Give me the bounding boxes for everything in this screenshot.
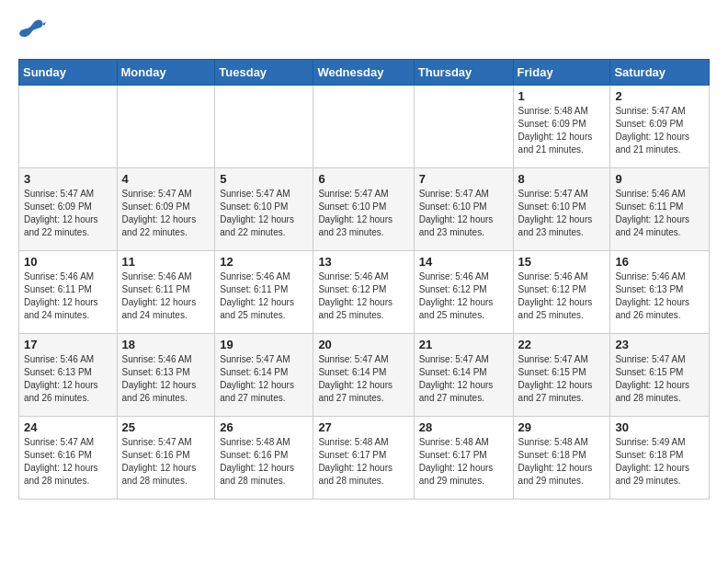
day-number: 12 [220, 255, 308, 269]
calendar-cell: 15Sunrise: 5:46 AM Sunset: 6:12 PM Dayli… [513, 251, 610, 334]
calendar-cell: 29Sunrise: 5:48 AM Sunset: 6:18 PM Dayli… [513, 417, 610, 500]
day-info: Sunrise: 5:47 AM Sunset: 6:15 PM Dayligh… [518, 353, 606, 405]
weekday-header-saturday: Saturday [610, 60, 710, 86]
header [18, 18, 710, 44]
day-number: 29 [518, 420, 606, 434]
day-number: 28 [419, 420, 508, 434]
calendar-cell: 5Sunrise: 5:47 AM Sunset: 6:10 PM Daylig… [215, 168, 313, 251]
calendar-cell: 4Sunrise: 5:47 AM Sunset: 6:09 PM Daylig… [117, 168, 215, 251]
day-info: Sunrise: 5:47 AM Sunset: 6:16 PM Dayligh… [24, 436, 112, 488]
calendar-cell: 1Sunrise: 5:48 AM Sunset: 6:09 PM Daylig… [513, 86, 610, 168]
calendar-cell [313, 86, 414, 168]
day-info: Sunrise: 5:46 AM Sunset: 6:11 PM Dayligh… [24, 270, 112, 322]
calendar-week-2: 3Sunrise: 5:47 AM Sunset: 6:09 PM Daylig… [19, 168, 710, 251]
day-info: Sunrise: 5:49 AM Sunset: 6:18 PM Dayligh… [615, 436, 704, 488]
day-number: 20 [318, 338, 408, 351]
day-number: 1 [518, 89, 606, 103]
day-number: 15 [518, 255, 606, 269]
calendar-cell: 18Sunrise: 5:46 AM Sunset: 6:13 PM Dayli… [117, 334, 215, 417]
calendar-cell: 14Sunrise: 5:46 AM Sunset: 6:12 PM Dayli… [414, 251, 513, 334]
day-number: 18 [122, 338, 210, 351]
day-number: 17 [24, 338, 112, 351]
calendar-week-5: 24Sunrise: 5:47 AM Sunset: 6:16 PM Dayli… [19, 417, 710, 500]
weekday-header-monday: Monday [117, 60, 215, 86]
day-info: Sunrise: 5:46 AM Sunset: 6:12 PM Dayligh… [518, 270, 606, 322]
day-info: Sunrise: 5:47 AM Sunset: 6:10 PM Dayligh… [318, 188, 408, 239]
weekday-header-friday: Friday [513, 60, 610, 86]
weekday-header-thursday: Thursday [414, 60, 513, 86]
calendar-cell: 28Sunrise: 5:48 AM Sunset: 6:17 PM Dayli… [414, 417, 513, 500]
day-number: 26 [220, 420, 308, 434]
day-number: 3 [24, 172, 112, 186]
calendar-cell: 16Sunrise: 5:46 AM Sunset: 6:13 PM Dayli… [610, 251, 710, 334]
day-number: 8 [518, 172, 606, 186]
calendar-cell: 23Sunrise: 5:47 AM Sunset: 6:15 PM Dayli… [610, 334, 710, 417]
calendar-cell: 11Sunrise: 5:46 AM Sunset: 6:11 PM Dayli… [117, 251, 215, 334]
day-info: Sunrise: 5:48 AM Sunset: 6:16 PM Dayligh… [220, 436, 308, 488]
calendar-week-3: 10Sunrise: 5:46 AM Sunset: 6:11 PM Dayli… [19, 251, 710, 334]
day-info: Sunrise: 5:47 AM Sunset: 6:09 PM Dayligh… [24, 188, 112, 239]
weekday-header-sunday: Sunday [19, 60, 118, 86]
day-info: Sunrise: 5:46 AM Sunset: 6:13 PM Dayligh… [615, 270, 704, 322]
day-number: 23 [615, 338, 704, 351]
weekday-header-wednesday: Wednesday [313, 60, 414, 86]
calendar-cell: 24Sunrise: 5:47 AM Sunset: 6:16 PM Dayli… [19, 417, 118, 500]
day-info: Sunrise: 5:47 AM Sunset: 6:16 PM Dayligh… [122, 436, 210, 488]
day-number: 24 [24, 420, 112, 434]
day-info: Sunrise: 5:47 AM Sunset: 6:09 PM Dayligh… [615, 105, 704, 156]
calendar-cell: 9Sunrise: 5:46 AM Sunset: 6:11 PM Daylig… [610, 168, 710, 251]
calendar-cell [19, 86, 118, 168]
calendar-cell: 8Sunrise: 5:47 AM Sunset: 6:10 PM Daylig… [513, 168, 610, 251]
day-number: 25 [122, 420, 210, 434]
day-info: Sunrise: 5:46 AM Sunset: 6:13 PM Dayligh… [24, 353, 112, 405]
day-info: Sunrise: 5:47 AM Sunset: 6:14 PM Dayligh… [318, 353, 408, 405]
calendar-cell: 27Sunrise: 5:48 AM Sunset: 6:17 PM Dayli… [313, 417, 414, 500]
day-number: 14 [419, 255, 508, 269]
day-info: Sunrise: 5:48 AM Sunset: 6:18 PM Dayligh… [518, 436, 606, 488]
day-info: Sunrise: 5:47 AM Sunset: 6:15 PM Dayligh… [615, 353, 704, 405]
day-info: Sunrise: 5:46 AM Sunset: 6:11 PM Dayligh… [122, 270, 210, 322]
day-info: Sunrise: 5:47 AM Sunset: 6:09 PM Dayligh… [122, 188, 210, 239]
day-number: 2 [615, 89, 704, 103]
day-number: 22 [518, 338, 606, 351]
calendar-cell: 6Sunrise: 5:47 AM Sunset: 6:10 PM Daylig… [313, 168, 414, 251]
day-info: Sunrise: 5:47 AM Sunset: 6:14 PM Dayligh… [220, 353, 308, 405]
calendar-table: SundayMondayTuesdayWednesdayThursdayFrid… [18, 59, 710, 500]
day-number: 21 [419, 338, 508, 351]
day-info: Sunrise: 5:47 AM Sunset: 6:10 PM Dayligh… [220, 188, 308, 239]
day-number: 11 [122, 255, 210, 269]
day-number: 7 [419, 172, 508, 186]
calendar-cell: 7Sunrise: 5:47 AM Sunset: 6:10 PM Daylig… [414, 168, 513, 251]
calendar-cell [215, 86, 313, 168]
day-info: Sunrise: 5:46 AM Sunset: 6:12 PM Dayligh… [419, 270, 508, 322]
day-number: 13 [318, 255, 408, 269]
calendar-cell [414, 86, 513, 168]
day-info: Sunrise: 5:46 AM Sunset: 6:11 PM Dayligh… [615, 188, 704, 239]
calendar-cell: 10Sunrise: 5:46 AM Sunset: 6:11 PM Dayli… [19, 251, 118, 334]
day-info: Sunrise: 5:47 AM Sunset: 6:10 PM Dayligh… [518, 188, 606, 239]
day-number: 6 [318, 172, 408, 186]
day-info: Sunrise: 5:46 AM Sunset: 6:13 PM Dayligh… [122, 353, 210, 405]
day-info: Sunrise: 5:47 AM Sunset: 6:14 PM Dayligh… [419, 353, 508, 405]
calendar-cell: 13Sunrise: 5:46 AM Sunset: 6:12 PM Dayli… [313, 251, 414, 334]
calendar-cell: 25Sunrise: 5:47 AM Sunset: 6:16 PM Dayli… [117, 417, 215, 500]
calendar-cell [117, 86, 215, 168]
day-number: 30 [615, 420, 704, 434]
calendar-cell: 17Sunrise: 5:46 AM Sunset: 6:13 PM Dayli… [19, 334, 118, 417]
logo-icon [18, 18, 46, 44]
logo [18, 18, 50, 44]
weekday-header-tuesday: Tuesday [215, 60, 313, 86]
day-info: Sunrise: 5:46 AM Sunset: 6:11 PM Dayligh… [220, 270, 308, 322]
calendar-cell: 21Sunrise: 5:47 AM Sunset: 6:14 PM Dayli… [414, 334, 513, 417]
day-number: 10 [24, 255, 112, 269]
calendar-cell: 26Sunrise: 5:48 AM Sunset: 6:16 PM Dayli… [215, 417, 313, 500]
calendar-cell: 19Sunrise: 5:47 AM Sunset: 6:14 PM Dayli… [215, 334, 313, 417]
calendar-cell: 2Sunrise: 5:47 AM Sunset: 6:09 PM Daylig… [610, 86, 710, 168]
calendar-week-1: 1Sunrise: 5:48 AM Sunset: 6:09 PM Daylig… [19, 86, 710, 168]
day-number: 27 [318, 420, 408, 434]
calendar-cell: 22Sunrise: 5:47 AM Sunset: 6:15 PM Dayli… [513, 334, 610, 417]
day-info: Sunrise: 5:47 AM Sunset: 6:10 PM Dayligh… [419, 188, 508, 239]
calendar-body: 1Sunrise: 5:48 AM Sunset: 6:09 PM Daylig… [19, 86, 710, 500]
day-info: Sunrise: 5:46 AM Sunset: 6:12 PM Dayligh… [318, 270, 408, 322]
calendar-cell: 30Sunrise: 5:49 AM Sunset: 6:18 PM Dayli… [610, 417, 710, 500]
